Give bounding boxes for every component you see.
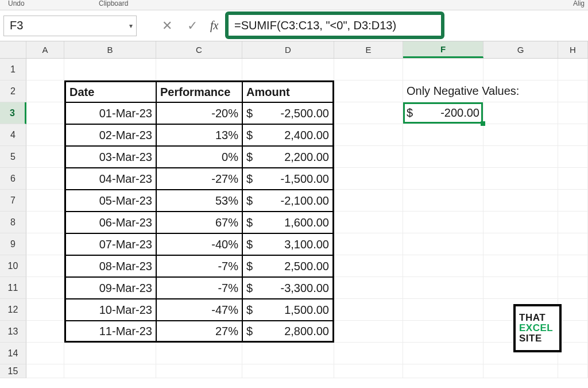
cell-e14[interactable] [334,343,403,364]
cell-e5[interactable] [334,146,403,168]
cell-a8[interactable] [26,212,64,233]
cell-b2[interactable]: Date [64,80,156,102]
cell-d11[interactable]: $-3,300.00 [242,277,334,299]
cell-e8[interactable] [334,212,403,233]
cell-b1[interactable] [64,59,156,80]
row-header-11[interactable]: 11 [0,277,26,299]
cell-c2[interactable]: Performance [156,80,242,102]
cell-g2[interactable] [483,80,558,102]
cell-c10[interactable]: -7% [156,255,242,277]
cell-f6[interactable] [403,168,483,190]
cell-f3[interactable]: $-200.00 [403,102,483,124]
cell-f7[interactable] [403,190,483,212]
cell-d7[interactable]: $-2,100.00 [242,190,334,212]
col-header-f[interactable]: F [403,41,483,58]
cell-g1[interactable] [483,59,558,80]
cell-g9[interactable] [483,233,558,255]
col-header-a[interactable]: A [26,41,64,58]
cell-a15[interactable] [26,364,64,378]
cell-g8[interactable] [483,212,558,233]
cell-f13[interactable] [403,321,483,343]
cell-b11[interactable]: 09-Mar-23 [64,277,156,299]
cell-g5[interactable] [483,146,558,168]
row-header-13[interactable]: 13 [0,321,26,343]
select-all-corner[interactable] [0,41,26,58]
cell-d12[interactable]: $1,500.00 [242,299,334,321]
row-header-7[interactable]: 7 [0,190,26,212]
cell-a6[interactable] [26,168,64,190]
cell-f2[interactable]: Only Negative Values: [403,80,483,102]
cell-a14[interactable] [26,343,64,364]
cell-c6[interactable]: -27% [156,168,242,190]
cell-h12[interactable] [558,299,588,321]
cell-h6[interactable] [558,168,588,190]
cell-e13[interactable] [334,321,403,343]
col-header-g[interactable]: G [483,41,558,58]
cell-h8[interactable] [558,212,588,233]
cell-f1[interactable] [403,59,483,80]
cell-d9[interactable]: $3,100.00 [242,233,334,255]
cell-d10[interactable]: $2,500.00 [242,255,334,277]
cell-c14[interactable] [156,343,242,364]
cell-c9[interactable]: -40% [156,233,242,255]
row-header-1[interactable]: 1 [0,59,26,80]
cell-f8[interactable] [403,212,483,233]
cell-e9[interactable] [334,233,403,255]
cell-b7[interactable]: 05-Mar-23 [64,190,156,212]
cell-a9[interactable] [26,233,64,255]
row-header-4[interactable]: 4 [0,124,26,146]
cell-b9[interactable]: 07-Mar-23 [64,233,156,255]
cell-b6[interactable]: 04-Mar-23 [64,168,156,190]
cell-g15[interactable] [483,364,558,378]
row-header-2[interactable]: 2 [0,80,26,102]
cell-b5[interactable]: 03-Mar-23 [64,146,156,168]
cell-a13[interactable] [26,321,64,343]
row-header-15[interactable]: 15 [0,364,26,378]
cell-e1[interactable] [334,59,403,80]
cell-g3[interactable] [483,102,558,124]
cell-d4[interactable]: $2,400.00 [242,124,334,146]
cell-f5[interactable] [403,146,483,168]
cell-g7[interactable] [483,190,558,212]
cell-e10[interactable] [334,255,403,277]
cell-h1[interactable] [558,59,588,80]
cell-h11[interactable] [558,277,588,299]
cell-g6[interactable] [483,168,558,190]
cell-g4[interactable] [483,124,558,146]
cell-c12[interactable]: -47% [156,299,242,321]
cell-b4[interactable]: 02-Mar-23 [64,124,156,146]
cell-c13[interactable]: 27% [156,321,242,343]
cell-d15[interactable] [242,364,334,378]
cell-c5[interactable]: 0% [156,146,242,168]
cell-f12[interactable] [403,299,483,321]
cell-d3[interactable]: $-2,500.00 [242,102,334,124]
cell-c4[interactable]: 13% [156,124,242,146]
cell-b14[interactable] [64,343,156,364]
cell-b3[interactable]: 01-Mar-23 [64,102,156,124]
cell-d6[interactable]: $-1,500.00 [242,168,334,190]
cell-e6[interactable] [334,168,403,190]
cell-h7[interactable] [558,190,588,212]
cell-e4[interactable] [334,124,403,146]
cell-c15[interactable] [156,364,242,378]
cancel-icon[interactable]: ✕ [160,18,175,33]
column-headers[interactable]: A B C D E F G H [0,41,588,59]
cell-e15[interactable] [334,364,403,378]
cell-e12[interactable] [334,299,403,321]
col-header-c[interactable]: C [156,41,242,58]
row-header-10[interactable]: 10 [0,255,26,277]
col-header-h[interactable]: H [558,41,588,58]
cell-e3[interactable] [334,102,403,124]
formula-bar-input[interactable]: =SUMIF(C3:C13, "<0", D3:D13) [225,11,444,39]
cell-a2[interactable] [26,80,64,102]
cell-c1[interactable] [156,59,242,80]
cell-b15[interactable] [64,364,156,378]
cell-h14[interactable] [558,343,588,364]
col-header-d[interactable]: D [242,41,334,58]
row-header-6[interactable]: 6 [0,168,26,190]
cell-f9[interactable] [403,233,483,255]
cell-h13[interactable] [558,321,588,343]
cell-a4[interactable] [26,124,64,146]
fill-handle[interactable] [481,121,485,126]
cell-a10[interactable] [26,255,64,277]
